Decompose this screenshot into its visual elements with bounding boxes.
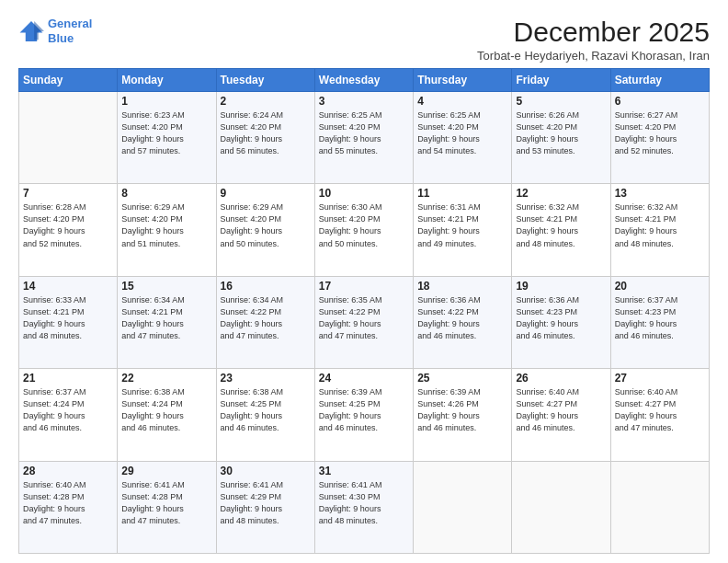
day-number: 14 [23,280,113,293]
day-number: 29 [121,465,211,477]
calendar-cell: 26Sunrise: 6:40 AMSunset: 4:27 PMDayligh… [512,369,610,461]
calendar-cell: 24Sunrise: 6:39 AMSunset: 4:25 PMDayligh… [314,369,413,461]
day-number: 16 [221,280,311,293]
day-number: 26 [516,372,606,385]
day-number: 31 [319,465,409,477]
day-info: Sunrise: 6:32 AMSunset: 4:21 PMDaylight:… [615,201,705,249]
calendar-cell: 5Sunrise: 6:26 AMSunset: 4:20 PMDaylight… [512,92,610,184]
calendar-week-3: 14Sunrise: 6:33 AMSunset: 4:21 PMDayligh… [19,276,710,368]
svg-marker-1 [34,21,44,40]
day-info: Sunrise: 6:41 AMSunset: 4:30 PMDaylight:… [319,479,409,527]
col-header-saturday: Saturday [610,69,709,92]
day-number: 17 [319,280,409,293]
location-title: Torbat-e Heydariyeh, Razavi Khorasan, Ir… [477,49,710,63]
day-info: Sunrise: 6:29 AMSunset: 4:20 PMDaylight:… [121,201,211,249]
day-number: 6 [615,95,705,108]
day-number: 1 [121,95,211,108]
calendar-cell: 25Sunrise: 6:39 AMSunset: 4:26 PMDayligh… [414,369,512,461]
day-info: Sunrise: 6:29 AMSunset: 4:20 PMDaylight:… [221,201,311,249]
calendar-cell [512,461,610,553]
calendar-week-1: 1Sunrise: 6:23 AMSunset: 4:20 PMDaylight… [19,92,710,184]
day-number: 21 [23,372,113,385]
calendar-cell: 6Sunrise: 6:27 AMSunset: 4:20 PMDaylight… [610,92,709,184]
calendar-cell: 16Sunrise: 6:34 AMSunset: 4:22 PMDayligh… [216,276,314,368]
day-number: 3 [319,95,409,108]
day-info: Sunrise: 6:28 AMSunset: 4:20 PMDaylight:… [23,201,113,249]
day-info: Sunrise: 6:25 AMSunset: 4:20 PMDaylight:… [417,109,507,157]
calendar-cell: 20Sunrise: 6:37 AMSunset: 4:23 PMDayligh… [610,276,709,368]
calendar-header-row: SundayMondayTuesdayWednesdayThursdayFrid… [19,69,710,92]
day-info: Sunrise: 6:41 AMSunset: 4:28 PMDaylight:… [121,479,211,527]
day-number: 20 [615,280,705,293]
day-info: Sunrise: 6:23 AMSunset: 4:20 PMDaylight:… [121,109,211,157]
day-number: 25 [417,372,507,385]
day-info: Sunrise: 6:24 AMSunset: 4:20 PMDaylight:… [221,109,311,157]
day-number: 24 [319,372,409,385]
calendar-cell: 10Sunrise: 6:30 AMSunset: 4:20 PMDayligh… [314,184,413,276]
day-info: Sunrise: 6:36 AMSunset: 4:23 PMDaylight:… [516,294,606,342]
month-title: December 2025 [477,17,710,47]
calendar-cell: 14Sunrise: 6:33 AMSunset: 4:21 PMDayligh… [19,276,118,368]
calendar-cell: 31Sunrise: 6:41 AMSunset: 4:30 PMDayligh… [314,461,413,553]
day-info: Sunrise: 6:38 AMSunset: 4:24 PMDaylight:… [121,386,211,434]
header: General Blue December 2025 Torbat-e Heyd… [18,17,710,63]
logo-line2: Blue [48,31,74,45]
calendar-cell: 7Sunrise: 6:28 AMSunset: 4:20 PMDaylight… [19,184,118,276]
day-info: Sunrise: 6:39 AMSunset: 4:26 PMDaylight:… [417,386,507,434]
day-number: 13 [615,187,705,200]
day-number: 30 [221,465,311,477]
day-info: Sunrise: 6:30 AMSunset: 4:20 PMDaylight:… [319,201,409,249]
calendar-cell: 21Sunrise: 6:37 AMSunset: 4:24 PMDayligh… [19,369,118,461]
logo-line1: General [48,17,92,30]
day-number: 7 [23,187,113,200]
day-number: 12 [516,187,606,200]
calendar-cell: 13Sunrise: 6:32 AMSunset: 4:21 PMDayligh… [610,184,709,276]
calendar-week-5: 28Sunrise: 6:40 AMSunset: 4:28 PMDayligh… [19,461,710,553]
title-block: December 2025 Torbat-e Heydariyeh, Razav… [477,17,710,63]
day-number: 27 [615,372,705,385]
calendar-cell: 18Sunrise: 6:36 AMSunset: 4:22 PMDayligh… [414,276,512,368]
calendar-cell: 3Sunrise: 6:25 AMSunset: 4:20 PMDaylight… [314,92,413,184]
day-number: 5 [516,95,606,108]
day-info: Sunrise: 6:38 AMSunset: 4:25 PMDaylight:… [221,386,311,434]
col-header-monday: Monday [118,69,216,92]
calendar-cell: 2Sunrise: 6:24 AMSunset: 4:20 PMDaylight… [216,92,314,184]
day-number: 2 [221,95,311,108]
day-number: 22 [121,372,211,385]
col-header-friday: Friday [512,69,610,92]
calendar-cell: 22Sunrise: 6:38 AMSunset: 4:24 PMDayligh… [118,369,216,461]
page: General Blue December 2025 Torbat-e Heyd… [0,0,728,563]
calendar-cell [414,461,512,553]
calendar-cell: 19Sunrise: 6:36 AMSunset: 4:23 PMDayligh… [512,276,610,368]
day-info: Sunrise: 6:26 AMSunset: 4:20 PMDaylight:… [516,109,606,157]
day-info: Sunrise: 6:32 AMSunset: 4:21 PMDaylight:… [516,201,606,249]
logo-icon [18,18,44,44]
day-info: Sunrise: 6:37 AMSunset: 4:24 PMDaylight:… [23,386,113,434]
day-number: 10 [319,187,409,200]
day-info: Sunrise: 6:39 AMSunset: 4:25 PMDaylight:… [319,386,409,434]
calendar-cell: 1Sunrise: 6:23 AMSunset: 4:20 PMDaylight… [118,92,216,184]
calendar-table: SundayMondayTuesdayWednesdayThursdayFrid… [18,68,710,554]
calendar-cell [19,92,118,184]
day-info: Sunrise: 6:40 AMSunset: 4:27 PMDaylight:… [615,386,705,434]
day-info: Sunrise: 6:31 AMSunset: 4:21 PMDaylight:… [417,201,507,249]
calendar-cell: 8Sunrise: 6:29 AMSunset: 4:20 PMDaylight… [118,184,216,276]
day-info: Sunrise: 6:40 AMSunset: 4:27 PMDaylight:… [516,386,606,434]
calendar-cell: 15Sunrise: 6:34 AMSunset: 4:21 PMDayligh… [118,276,216,368]
day-number: 15 [121,280,211,293]
logo: General Blue [18,17,92,45]
day-number: 18 [417,280,507,293]
calendar-cell: 27Sunrise: 6:40 AMSunset: 4:27 PMDayligh… [610,369,709,461]
day-number: 8 [121,187,211,200]
col-header-thursday: Thursday [414,69,512,92]
col-header-tuesday: Tuesday [216,69,314,92]
day-info: Sunrise: 6:37 AMSunset: 4:23 PMDaylight:… [615,294,705,342]
calendar-cell: 4Sunrise: 6:25 AMSunset: 4:20 PMDaylight… [414,92,512,184]
day-info: Sunrise: 6:34 AMSunset: 4:22 PMDaylight:… [221,294,311,342]
logo-text: General Blue [48,17,92,45]
calendar-cell: 11Sunrise: 6:31 AMSunset: 4:21 PMDayligh… [414,184,512,276]
calendar-cell: 30Sunrise: 6:41 AMSunset: 4:29 PMDayligh… [216,461,314,553]
day-number: 19 [516,280,606,293]
day-info: Sunrise: 6:40 AMSunset: 4:28 PMDaylight:… [23,479,113,527]
col-header-sunday: Sunday [19,69,118,92]
